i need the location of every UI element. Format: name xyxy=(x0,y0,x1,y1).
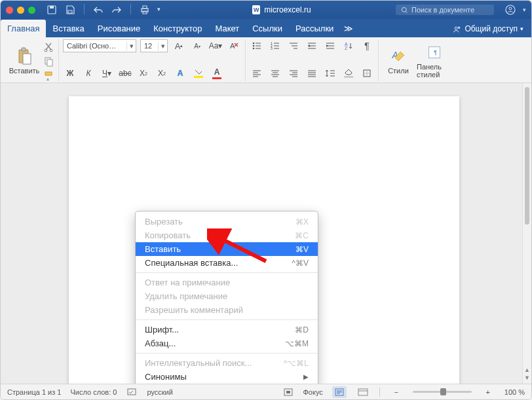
tab-references[interactable]: Ссылки xyxy=(246,20,289,37)
superscript-button[interactable]: X2 xyxy=(155,67,169,80)
context-menu-shortcut: ⌘V xyxy=(295,245,309,254)
print-layout-view-icon[interactable] xyxy=(332,386,347,398)
zoom-out-button[interactable]: − xyxy=(389,386,404,398)
svg-text:3: 3 xyxy=(271,46,273,50)
change-case-icon[interactable]: Aa▾ xyxy=(208,39,223,52)
increase-indent-button[interactable] xyxy=(323,39,337,52)
tab-insert[interactable]: Вставка xyxy=(46,20,90,37)
svg-rect-33 xyxy=(286,391,290,393)
undo-icon[interactable] xyxy=(92,4,104,16)
word-app-icon: W xyxy=(252,5,260,14)
multilevel-list-button[interactable] xyxy=(286,39,301,52)
paste-label: Вставить xyxy=(9,67,40,75)
focus-icon[interactable] xyxy=(282,386,294,398)
zoom-slider[interactable] xyxy=(413,391,472,393)
bullets-button[interactable] xyxy=(250,39,264,52)
borders-button[interactable] xyxy=(360,67,374,80)
svg-text:A: A xyxy=(230,42,235,50)
tab-home[interactable]: Главная xyxy=(1,20,46,37)
increase-font-icon[interactable]: A▴ xyxy=(172,39,186,52)
context-menu: Вырезать⌘XКопировать⌘CВставить⌘VСпециаль… xyxy=(135,211,318,384)
decrease-indent-button[interactable] xyxy=(305,39,319,52)
tabs-overflow[interactable]: ≫ xyxy=(340,20,357,37)
underline-button[interactable]: Ч▾ xyxy=(100,67,114,80)
strikethrough-button[interactable]: abc xyxy=(118,67,132,80)
subscript-button[interactable]: X2 xyxy=(136,67,151,80)
svg-rect-1 xyxy=(50,6,54,9)
share-button[interactable]: Общий доступ ▾ xyxy=(447,22,529,36)
tab-design[interactable]: Конструктор xyxy=(147,20,208,37)
user-account-icon[interactable] xyxy=(504,4,516,16)
paste-button[interactable]: Вставить xyxy=(9,39,40,80)
align-left-button[interactable] xyxy=(250,67,264,80)
tab-mailings[interactable]: Рассылки xyxy=(289,20,340,37)
cut-icon[interactable] xyxy=(43,42,54,52)
line-spacing-button[interactable] xyxy=(323,67,337,80)
save-icon[interactable] xyxy=(64,4,76,16)
svg-rect-12 xyxy=(23,54,31,64)
highlight-button[interactable] xyxy=(191,67,206,80)
ribbon-group-clipboard: Вставить xyxy=(5,39,59,81)
text-effects-button[interactable]: A xyxy=(173,67,187,80)
ribbon-group-paragraph: 123 AZ ¶ xyxy=(246,39,379,81)
context-menu-shortcut: ⌘D xyxy=(295,325,309,335)
search-box[interactable]: Поиск в документе xyxy=(396,5,494,15)
numbering-button[interactable]: 123 xyxy=(268,39,282,52)
vertical-scrollbar[interactable]: ▲ ▼ xyxy=(522,83,531,384)
zoom-in-button[interactable]: + xyxy=(481,386,495,398)
context-menu-item[interactable]: Шрифт...⌘D xyxy=(136,323,318,336)
quick-access-dropdown[interactable]: ▾ xyxy=(157,4,168,14)
minimize-window-button[interactable] xyxy=(17,7,24,14)
context-menu-shortcut: ^⌘V xyxy=(292,259,309,268)
search-icon xyxy=(401,7,408,14)
scrollbar-thumb[interactable] xyxy=(525,87,529,225)
zoom-level[interactable]: 100 % xyxy=(504,388,525,396)
justify-button[interactable] xyxy=(305,67,319,80)
svg-point-6 xyxy=(402,7,406,12)
context-menu-shortcut: ⌘C xyxy=(295,231,309,240)
italic-button[interactable]: К xyxy=(81,67,96,80)
focus-label[interactable]: Фокус xyxy=(303,388,323,396)
sort-button[interactable]: AZ xyxy=(341,39,356,52)
context-menu-item[interactable]: Абзац...⌥⌘M xyxy=(136,336,318,350)
shading-button[interactable] xyxy=(341,67,356,80)
copy-icon[interactable] xyxy=(43,56,54,67)
decrease-font-icon[interactable]: A▾ xyxy=(190,39,204,52)
font-color-button[interactable]: A xyxy=(210,67,224,80)
ribbon-group-styles: A Стили ¶ Панель стилей xyxy=(379,39,456,81)
font-name-select[interactable]: Calibri (Осно…▾ xyxy=(63,39,136,52)
word-count[interactable]: Число слов: 0 xyxy=(70,388,117,396)
svg-rect-16 xyxy=(47,60,52,66)
context-menu-shortcut: ⌘X xyxy=(295,217,309,227)
styles-panel-button[interactable]: ¶ Панель стилей xyxy=(417,39,452,80)
context-menu-item[interactable]: Синонимы▶ xyxy=(136,370,318,384)
maximize-window-button[interactable] xyxy=(28,7,35,14)
close-window-button[interactable] xyxy=(6,7,13,14)
language-indicator[interactable]: русский xyxy=(147,388,172,396)
clear-formatting-icon[interactable]: A xyxy=(227,39,241,52)
scroll-down-icon[interactable]: ▼ xyxy=(524,374,530,381)
align-center-button[interactable] xyxy=(268,67,282,80)
share-label: Общий доступ xyxy=(465,24,518,33)
web-layout-view-icon[interactable] xyxy=(356,386,370,398)
scroll-up-icon[interactable]: ▲ xyxy=(524,367,530,373)
bold-button[interactable]: Ж xyxy=(63,67,77,80)
autosave-icon[interactable] xyxy=(46,4,58,16)
print-icon[interactable] xyxy=(139,4,151,16)
styles-button[interactable]: A Стили xyxy=(383,39,414,80)
align-right-button[interactable] xyxy=(286,67,301,80)
page-indicator[interactable]: Страница 1 из 1 xyxy=(7,388,61,396)
tab-draw[interactable]: Рисование xyxy=(91,20,147,37)
context-menu-item[interactable]: Специальная вставка...^⌘V xyxy=(136,256,318,270)
format-painter-icon[interactable] xyxy=(43,71,54,81)
tab-layout[interactable]: Макет xyxy=(208,20,246,37)
redo-icon[interactable] xyxy=(111,4,123,16)
context-menu-label: Специальная вставка... xyxy=(145,258,292,268)
show-marks-button[interactable]: ¶ xyxy=(360,39,374,52)
context-menu-item: Разрешить комментарий xyxy=(136,303,318,317)
font-size-select[interactable]: 12▾ xyxy=(140,39,168,52)
spellcheck-icon[interactable] xyxy=(126,386,138,398)
context-menu-item[interactable]: Вставить⌘V xyxy=(136,242,318,256)
styles-label: Стили xyxy=(388,67,409,75)
svg-text:¶: ¶ xyxy=(434,49,437,56)
